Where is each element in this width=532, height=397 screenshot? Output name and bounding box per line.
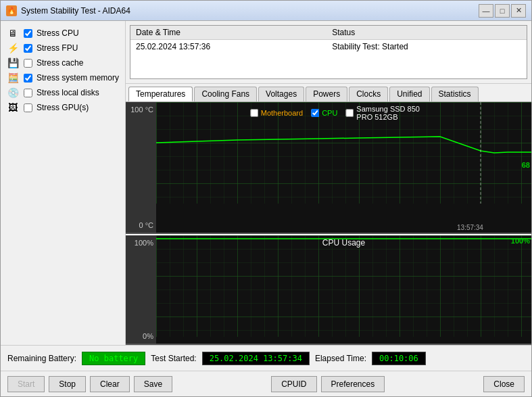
log-col-datetime: Date & Time: [130, 26, 327, 40]
temp-y-axis: 100 °C 0 °C: [126, 102, 156, 233]
tabs-container: TemperaturesCooling FansVoltagesPowersCl…: [126, 83, 531, 101]
tab-clocks[interactable]: Clocks: [349, 87, 388, 101]
stress-item-fpu: ⚡Stress FPU: [6, 41, 120, 55]
title-bar: 🔥 System Stability Test - AIDA64 — □ ✕: [1, 1, 531, 21]
checkbox-cache[interactable]: [24, 59, 32, 68]
temp-time-label: 13:57:34: [457, 224, 483, 231]
battery-value: No battery: [82, 352, 145, 365]
label-cache: Stress cache: [37, 58, 83, 68]
cpuid-button[interactable]: CPUID: [271, 376, 316, 392]
temp-chart-inner: MotherboardCPUSamsung SSD 850 PRO 512GB: [156, 102, 531, 233]
minimize-button[interactable]: —: [479, 4, 493, 18]
close-button[interactable]: Close: [483, 376, 525, 392]
temp-value-label: 68: [522, 161, 530, 169]
checkbox-cpu[interactable]: [24, 29, 32, 38]
legend-label-motherboard: Motherboard: [261, 109, 303, 117]
test-started-label: Test Started:: [151, 354, 196, 363]
label-gpu: Stress GPU(s): [37, 103, 89, 112]
legend-item-samsung-ssd-850-pro-512gb: Samsung SSD 850 PRO 512GB: [345, 105, 437, 121]
main-window: 🔥 System Stability Test - AIDA64 — □ ✕ 🖥…: [0, 0, 532, 397]
temperature-chart: 100 °C 0 °C MotherboardCPUSamsung SSD 85…: [126, 102, 531, 234]
elapsed-label: Elapsed Time:: [315, 354, 366, 363]
fpu-icon: ⚡: [6, 43, 20, 53]
cpu-chart-inner: CPU Usage: [156, 235, 531, 344]
stress-item-cache: 💾Stress cache: [6, 56, 120, 70]
memory-icon: 🧮: [6, 72, 20, 83]
maximize-button[interactable]: □: [495, 4, 510, 18]
label-cpu: Stress CPU: [37, 28, 79, 38]
tab-voltages[interactable]: Voltages: [258, 87, 304, 101]
tab-statistics[interactable]: Statistics: [431, 87, 479, 101]
legend-label-samsung-ssd-850-pro-512gb: Samsung SSD 850 PRO 512GB: [356, 105, 437, 121]
log-table: Date & Time Status 25.02.2024 13:57:36St…: [130, 26, 527, 53]
cpu-icon: 🖥: [6, 28, 20, 39]
tab-unified[interactable]: Unified: [389, 87, 429, 101]
legend-cb-cpu[interactable]: [311, 109, 319, 117]
log-datetime: 25.02.2024 13:57:36: [130, 40, 327, 54]
close-window-button[interactable]: ✕: [511, 4, 526, 18]
cpu-y-axis: 100% 0%: [126, 235, 156, 344]
clear-button[interactable]: Clear: [90, 376, 130, 392]
temp-y-max: 100 °C: [130, 106, 153, 114]
label-memory: Stress system memory: [37, 73, 119, 83]
charts-area: 100 °C 0 °C MotherboardCPUSamsung SSD 85…: [126, 101, 531, 345]
legend-item-motherboard: Motherboard: [250, 109, 303, 117]
stress-item-gpu: 🖼Stress GPU(s): [6, 101, 120, 114]
cache-icon: 💾: [6, 57, 20, 68]
battery-label: Remaining Battery:: [7, 354, 76, 363]
stress-item-memory: 🧮Stress system memory: [6, 71, 120, 85]
svg-rect-4: [156, 235, 531, 337]
elapsed-value: 00:10:06: [372, 352, 426, 365]
legend-cb-samsung-ssd-850-pro-512gb[interactable]: [345, 109, 354, 117]
status-bar: Remaining Battery: No battery Test Start…: [1, 345, 531, 371]
checkbox-gpu[interactable]: [24, 103, 32, 112]
log-status: Stability Test: Started: [327, 40, 527, 54]
window-title: System Stability Test - AIDA64: [21, 6, 479, 16]
right-panel: Date & Time Status 25.02.2024 13:57:36St…: [126, 21, 531, 345]
gpu-icon: 🖼: [6, 102, 20, 113]
stop-button[interactable]: Stop: [49, 376, 86, 392]
tabs-row: TemperaturesCooling FansVoltagesPowersCl…: [126, 84, 531, 101]
disk-icon: 💿: [6, 87, 20, 98]
save-button[interactable]: Save: [134, 376, 172, 392]
legend-cb-motherboard[interactable]: [250, 109, 258, 117]
cpu-y-min: 0%: [143, 332, 153, 340]
temp-y-min: 0 °C: [139, 221, 153, 229]
tab-cooling[interactable]: Cooling Fans: [194, 87, 257, 101]
log-row: 25.02.2024 13:57:36Stability Test: Start…: [130, 40, 527, 54]
cpu-y-max: 100%: [135, 239, 153, 247]
label-fpu: Stress FPU: [37, 43, 78, 53]
checkbox-disks[interactable]: [24, 89, 32, 97]
main-area: 🖥Stress CPU⚡Stress FPU💾Stress cache🧮Stre…: [1, 21, 531, 345]
legend-label-cpu: CPU: [322, 109, 337, 117]
checkbox-fpu[interactable]: [24, 44, 32, 53]
stress-options-panel: 🖥Stress CPU⚡Stress FPU💾Stress cache🧮Stre…: [1, 21, 126, 345]
start-button[interactable]: Start: [7, 376, 45, 392]
temp-legend: MotherboardCPUSamsung SSD 850 PRO 512GB: [250, 105, 438, 121]
cpu-value-label: 100%: [511, 237, 530, 245]
tab-temperatures[interactable]: Temperatures: [128, 87, 193, 101]
bottom-bar: Start Stop Clear Save CPUID Preferences …: [1, 371, 531, 396]
cpu-chart-svg: [156, 235, 531, 337]
app-icon: 🔥: [6, 5, 17, 16]
legend-item-cpu: CPU: [311, 109, 337, 117]
log-area: Date & Time Status 25.02.2024 13:57:36St…: [130, 25, 527, 79]
stress-item-disks: 💿Stress local disks: [6, 86, 120, 99]
label-disks: Stress local disks: [37, 88, 99, 97]
stress-item-cpu: 🖥Stress CPU: [6, 26, 120, 40]
tab-powers[interactable]: Powers: [306, 87, 347, 101]
preferences-button[interactable]: Preferences: [321, 376, 385, 392]
window-controls: — □ ✕: [479, 4, 526, 18]
checkbox-memory[interactable]: [24, 74, 32, 83]
cpu-usage-chart: 100% 0% CPU Usage: [126, 235, 531, 345]
log-col-status: Status: [327, 26, 527, 40]
test-started-value: 25.02.2024 13:57:34: [202, 352, 310, 365]
cpu-chart-title: CPU Usage: [322, 238, 365, 248]
